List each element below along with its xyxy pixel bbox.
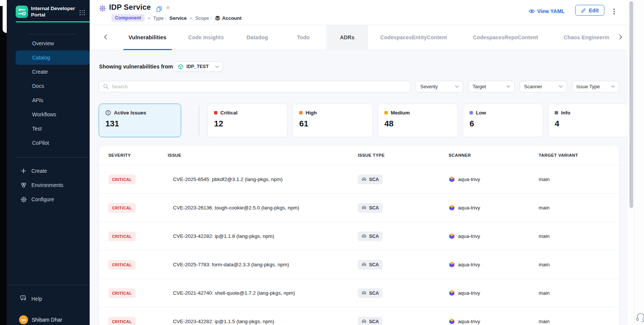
- tab-1[interactable]: Code Insights: [183, 25, 229, 50]
- sidebar-item-2[interactable]: Create: [16, 65, 90, 79]
- avatar: SD: [19, 315, 28, 324]
- table-row-0[interactable]: CRITICAL CVE-2025-6545: pbkdf2@3.1.2 (la…: [99, 165, 619, 194]
- table-row-5[interactable]: CRITICAL CVE-2023-42282: ip@1.1.5 (lang-…: [99, 307, 619, 325]
- tab-label: Datadog: [247, 34, 268, 40]
- table-row-4[interactable]: CRITICAL CVE-2021-42740: shell-quote@1.7…: [99, 279, 619, 307]
- sidebar-item-label: CoPilot: [32, 140, 49, 146]
- help-label: Help: [31, 296, 42, 302]
- user-menu[interactable]: SD Shibam Dhar: [16, 314, 90, 325]
- chevron-down-icon: [611, 85, 615, 88]
- sidebar-item-0[interactable]: Overview: [16, 36, 90, 50]
- type-value: Service: [170, 15, 187, 21]
- vulnerabilities-table: SEVERITY ISSUE ISSUE TYPE SCANNER TARGET…: [99, 145, 619, 325]
- tab-0[interactable]: Vulnerabilities: [123, 25, 172, 50]
- sidebar-item-label: Docs: [32, 83, 44, 89]
- copy-icon[interactable]: [156, 6, 162, 13]
- stats-row: Active Issues 131 Critical 12: [99, 104, 619, 137]
- fingerprint-icon: [362, 177, 366, 182]
- column-header-target-variant: TARGET VARIANT: [539, 153, 619, 157]
- sidebar: Internal Developer Portal Overview Catal…: [7, 0, 90, 325]
- filter-select-2[interactable]: Scanner: [520, 81, 567, 92]
- support-headset-icon[interactable]: [636, 312, 644, 323]
- issue-text: CVE-2021-42740: shell-quote@1.7.2 (lang-…: [168, 290, 358, 296]
- tab-label: CodespacesRepoContent: [473, 34, 538, 40]
- target-variant: main: [539, 233, 619, 239]
- stat-card-value: 61: [299, 119, 366, 129]
- search-input[interactable]: [112, 84, 406, 89]
- sidebar-item-5[interactable]: Workflows: [16, 107, 90, 122]
- help-button[interactable]: ? Help: [16, 292, 90, 305]
- issue-text: CVE-2023-26136: tough-cookie@2.5.0 (lang…: [168, 205, 358, 211]
- filter-select-0[interactable]: Severity: [416, 81, 463, 92]
- edit-button[interactable]: Edit: [575, 5, 604, 16]
- scanner-name: aqua-trivy: [458, 290, 480, 296]
- sidebar-item-7[interactable]: CoPilot: [16, 136, 90, 150]
- stat-card-1[interactable]: High 61: [292, 104, 373, 137]
- sidebar-environments-button[interactable]: Environments: [16, 178, 90, 192]
- project-select[interactable]: IDP_TEST: [174, 61, 223, 72]
- tab-3[interactable]: Todo: [292, 25, 315, 50]
- issue-type-tag: SCA: [358, 232, 383, 241]
- stat-card-4[interactable]: Info 4: [548, 104, 628, 137]
- dot-separator: ●: [190, 16, 192, 20]
- more-options-icon[interactable]: [613, 8, 616, 15]
- stat-card-2[interactable]: Medium 48: [378, 104, 458, 137]
- sidebar-item-6[interactable]: Test: [16, 122, 90, 136]
- active-issues-card[interactable]: Active Issues 131: [99, 104, 181, 137]
- scrollbar-thumb[interactable]: [629, 1, 633, 208]
- sidebar-divider: [28, 34, 75, 34]
- apps-grid-icon[interactable]: [80, 10, 85, 15]
- view-yaml-button[interactable]: View YAML: [529, 8, 565, 14]
- sidebar-nav: Overview Catalog Create Docs APIs Workfl…: [16, 36, 90, 150]
- stat-card-0[interactable]: Critical 12: [207, 104, 288, 137]
- table-row-3[interactable]: CRITICAL CVE-2025-7783: form-data@2.3.3 …: [99, 251, 619, 279]
- sidebar-action-label: Configure: [31, 196, 54, 202]
- severity-badge: CRITICAL: [108, 232, 136, 241]
- tabs-scroll-right-icon[interactable]: [619, 34, 623, 42]
- fingerprint-icon: [362, 319, 366, 324]
- sidebar-configure-button[interactable]: Configure: [16, 192, 90, 206]
- chevron-down-icon: [215, 65, 219, 68]
- star-icon[interactable]: ★: [165, 4, 171, 12]
- brand-title: Internal Developer Portal: [31, 5, 76, 18]
- scope-value: Account: [222, 15, 242, 21]
- tab-4[interactable]: ADRs: [326, 25, 368, 50]
- tab-5[interactable]: CodespacesEntityContent: [375, 25, 452, 50]
- severity-badge: CRITICAL: [108, 317, 136, 325]
- tab-6[interactable]: CodespacesRepoContent: [468, 25, 544, 50]
- filter-select-1[interactable]: Target: [468, 81, 515, 92]
- brand-line1: Internal Developer: [31, 5, 76, 12]
- table-row-1[interactable]: CRITICAL CVE-2023-26136: tough-cookie@2.…: [99, 194, 619, 222]
- scanner-name: aqua-trivy: [458, 319, 480, 324]
- stat-card-label: Medium: [391, 110, 410, 116]
- trivy-logo-icon: [449, 261, 455, 268]
- sidebar-item-3[interactable]: Docs: [16, 79, 90, 93]
- sidebar-create-button[interactable]: Create: [16, 164, 90, 178]
- tab-7[interactable]: Chaos Engineerin: [558, 25, 614, 50]
- stat-card-label: High: [306, 110, 317, 116]
- issue-type-tag: SCA: [358, 175, 383, 184]
- sidebar-item-4[interactable]: APIs: [16, 93, 90, 107]
- entity-gear-icon: [99, 5, 106, 13]
- fingerprint-icon: [362, 234, 366, 239]
- issue-type-label: SCA: [369, 319, 379, 324]
- eye-icon: [529, 9, 535, 13]
- tab-label: ADRs: [340, 34, 354, 40]
- trivy-logo-icon: [449, 176, 455, 183]
- stat-card-3[interactable]: Low 6: [463, 104, 543, 137]
- severity-badge: CRITICAL: [108, 175, 136, 184]
- stat-card-label: Info: [561, 110, 570, 116]
- filter-select-3[interactable]: Issue Type: [572, 81, 619, 92]
- tab-2[interactable]: Datadog: [241, 25, 273, 50]
- search-icon: [103, 84, 109, 89]
- project-select-value: IDP_TEST: [186, 64, 212, 69]
- sidebar-item-1[interactable]: Catalog: [16, 50, 90, 65]
- kind-badge[interactable]: Component: [111, 14, 145, 22]
- target-variant: main: [539, 205, 619, 211]
- issue-text: CVE-2025-7783: form-data@2.3.3 (lang-pkg…: [168, 262, 358, 267]
- severity-dot: [214, 111, 217, 114]
- severity-dot: [470, 111, 473, 114]
- severity-badge: CRITICAL: [108, 260, 136, 270]
- gear-icon: [20, 196, 27, 203]
- table-row-2[interactable]: CRITICAL CVE-2023-42282: ip@1.1.8 (lang-…: [99, 222, 619, 251]
